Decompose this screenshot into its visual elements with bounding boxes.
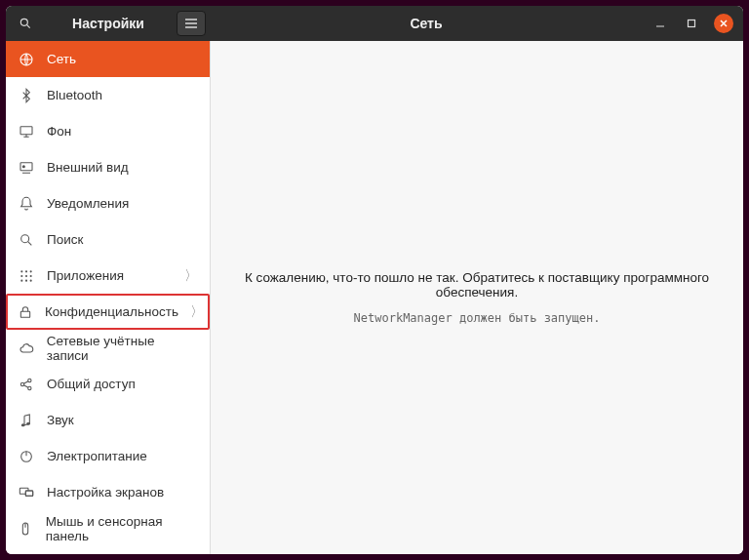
- hamburger-button[interactable]: [177, 11, 206, 36]
- sidebar-item-label: Мышь и сенсорная панель: [46, 514, 198, 543]
- hamburger-icon: [184, 18, 198, 29]
- titlebar: Настройки Сеть: [6, 6, 743, 41]
- sidebar-item-label: Настройка экранов: [47, 485, 164, 500]
- svg-point-0: [20, 19, 27, 25]
- minimize-button[interactable]: [651, 15, 669, 32]
- error-message: К сожалению, что-то пошло не так. Обрати…: [230, 270, 724, 300]
- sidebar-item-label: Сеть: [47, 52, 76, 66]
- error-detail: NetworkManager должен быть запущен.: [354, 311, 601, 325]
- svg-rect-10: [20, 126, 32, 134]
- sidebar-item-label: Сетевые учётные записи: [47, 334, 198, 363]
- chevron-right-icon: 〉: [184, 267, 198, 285]
- titlebar-right: Сеть: [211, 6, 743, 41]
- svg-rect-37: [25, 491, 32, 496]
- svg-line-1: [26, 24, 29, 27]
- minimize-icon: [655, 19, 665, 28]
- sidebar-item-внешний-вид[interactable]: Внешний вид: [6, 149, 210, 185]
- svg-point-17: [20, 270, 22, 272]
- bluetooth-icon: [18, 88, 35, 103]
- sidebar-item-звук[interactable]: Звук: [6, 402, 210, 438]
- sidebar-item-label: Внешний вид: [47, 160, 129, 175]
- search-icon: [19, 17, 32, 30]
- page-title: Сеть: [211, 16, 642, 31]
- power-icon: [18, 449, 35, 464]
- share-icon: [18, 377, 35, 392]
- sidebar-item-label: Уведомления: [47, 196, 129, 211]
- sidebar: СетьBluetoothФонВнешний видУведомленияПо…: [6, 41, 211, 554]
- sidebar-title: Настройки: [45, 16, 172, 31]
- svg-point-29: [28, 386, 31, 389]
- svg-line-30: [23, 380, 27, 382]
- sidebar-item-сетевые-уч-тные-записи[interactable]: Сетевые учётные записи: [6, 330, 210, 366]
- appearance-icon: [18, 160, 35, 176]
- sound-icon: [18, 413, 35, 428]
- svg-point-33: [27, 422, 30, 424]
- sidebar-item-label: Поиск: [47, 232, 83, 247]
- window-body: СетьBluetoothФонВнешний видУведомленияПо…: [6, 41, 743, 554]
- sidebar-item-электропитание[interactable]: Электропитание: [6, 438, 210, 474]
- sidebar-item-настройка-экранов[interactable]: Настройка экранов: [6, 474, 210, 510]
- svg-rect-6: [689, 20, 695, 27]
- sidebar-item-label: Приложения: [47, 268, 124, 283]
- svg-point-18: [25, 270, 27, 272]
- sidebar-item-общий-доступ[interactable]: Общий доступ: [6, 366, 210, 402]
- svg-point-23: [20, 279, 22, 281]
- maximize-icon: [687, 19, 696, 28]
- displays-icon: [18, 485, 35, 500]
- svg-point-24: [25, 279, 27, 281]
- globe-icon: [18, 52, 35, 67]
- bell-icon: [18, 196, 35, 212]
- sidebar-item-поиск[interactable]: Поиск: [6, 221, 210, 258]
- sidebar-item-label: Звук: [47, 413, 74, 427]
- sidebar-item-label: Конфиденциальность: [45, 304, 178, 319]
- svg-line-31: [23, 384, 27, 386]
- search-button[interactable]: [11, 11, 40, 36]
- settings-window: Настройки Сеть СетьBluetoothФонВнешний в…: [6, 6, 743, 554]
- svg-point-19: [30, 270, 32, 272]
- window-controls: [642, 14, 743, 33]
- svg-point-14: [22, 165, 24, 167]
- apps-icon: [18, 268, 35, 284]
- sidebar-item-уведомления[interactable]: Уведомления: [6, 185, 210, 221]
- svg-point-27: [20, 382, 23, 385]
- search-icon: [18, 232, 35, 248]
- sidebar-item-label: Электропитание: [47, 449, 147, 463]
- svg-rect-26: [20, 311, 29, 317]
- close-button[interactable]: [714, 14, 733, 33]
- sidebar-item-bluetooth[interactable]: Bluetooth: [6, 77, 210, 113]
- titlebar-left: Настройки: [6, 6, 211, 41]
- sidebar-item-label: Общий доступ: [47, 377, 136, 391]
- mouse-icon: [18, 521, 34, 537]
- lock-icon: [18, 304, 33, 320]
- sidebar-item-мышь-и-сенсорная-панель[interactable]: Мышь и сенсорная панель: [6, 510, 210, 546]
- svg-point-32: [21, 423, 24, 425]
- sidebar-item-label: Фон: [47, 124, 71, 139]
- close-icon: [719, 19, 729, 28]
- content-panel: К сожалению, что-то пошло не так. Обрати…: [211, 41, 743, 554]
- svg-point-25: [30, 279, 32, 281]
- sidebar-item-конфиденциальность[interactable]: Конфиденциальность〉: [6, 294, 210, 330]
- sidebar-item-label: Bluetooth: [47, 88, 102, 102]
- svg-point-20: [20, 274, 22, 276]
- svg-point-28: [28, 379, 31, 381]
- sidebar-item-сеть[interactable]: Сеть: [6, 41, 210, 77]
- sidebar-item-фон[interactable]: Фон: [6, 113, 210, 149]
- svg-rect-13: [20, 162, 32, 170]
- svg-point-15: [21, 234, 29, 242]
- chevron-right-icon: 〉: [190, 303, 204, 321]
- sidebar-item-приложения[interactable]: Приложения〉: [6, 258, 210, 294]
- svg-point-22: [30, 274, 32, 276]
- cloud-icon: [18, 340, 35, 356]
- svg-point-21: [25, 274, 27, 276]
- svg-line-16: [28, 241, 32, 245]
- maximize-button[interactable]: [683, 15, 700, 32]
- monitor-icon: [18, 124, 35, 140]
